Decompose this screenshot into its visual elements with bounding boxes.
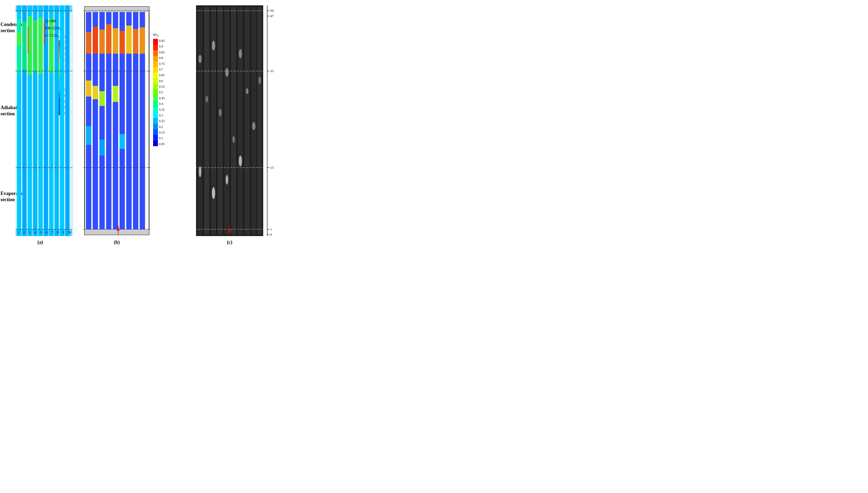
- svg-rect-38: [99, 140, 105, 155]
- panel-c-svg: [196, 5, 263, 236]
- annotation-box: Q=8W FR=53% t=7.15s: [45, 17, 60, 39]
- svg-rect-29: [86, 32, 91, 53]
- svg-rect-33: [93, 27, 98, 53]
- svg-point-80: [252, 122, 256, 130]
- main-container: Condenser section Adiabatic section Evap…: [0, 0, 434, 246]
- svg-rect-45: [120, 31, 125, 53]
- svg-rect-37: [99, 91, 105, 106]
- svg-rect-50: [133, 29, 138, 53]
- svg-rect-65: [218, 7, 223, 235]
- panel-c-label: (c): [227, 239, 232, 245]
- svg-point-75: [219, 109, 222, 116]
- svg-text:35: 35: [270, 69, 274, 73]
- svg-rect-14: [44, 23, 45, 44]
- svg-rect-63: [204, 7, 209, 235]
- panel-a-svg: [16, 5, 73, 236]
- adiabatic-label: Adiabatic section: [1, 105, 16, 117]
- svg-rect-5: [22, 21, 26, 70]
- svg-rect-71: [257, 7, 262, 235]
- svg-rect-36: [99, 29, 105, 53]
- panel-b: αvv: [82, 0, 181, 246]
- void-colormap: αvv: [153, 32, 183, 146]
- svg-rect-31: [86, 126, 91, 145]
- channel-numbers: 1 2 3 4 5 6 7 8 9 10: [16, 230, 73, 234]
- svg-text:0: 0: [270, 233, 272, 236]
- svg-text:1: 1: [270, 227, 272, 231]
- condenser-label: Condenser section: [1, 21, 16, 34]
- svg-rect-54: [85, 229, 149, 235]
- svg-rect-46: [120, 134, 125, 149]
- svg-point-74: [212, 41, 215, 50]
- svg-rect-12: [38, 17, 43, 74]
- svg-rect-43: [113, 86, 118, 102]
- svg-rect-19: [65, 5, 69, 236]
- right-axis: 50 47 35 13 1 0 (mm): [266, 5, 282, 236]
- svg-rect-3: [17, 32, 21, 46]
- panel-c: 50 47 35 13 1 0 (mm) (c): [195, 0, 294, 246]
- void-colormap-title: αvv: [153, 32, 183, 38]
- panel-a: Condenser section Adiabatic section Evap…: [0, 0, 81, 246]
- svg-rect-30: [86, 81, 91, 97]
- svg-point-83: [212, 187, 215, 199]
- svg-rect-69: [244, 7, 250, 235]
- svg-rect-10: [33, 20, 37, 71]
- evaporator-label: Evaporator section: [1, 190, 16, 203]
- annotation-Q: Q=8W: [45, 17, 60, 25]
- svg-rect-40: [106, 24, 112, 53]
- svg-point-85: [239, 155, 242, 166]
- panel-b-svg: [83, 5, 150, 236]
- svg-text:13: 13: [270, 166, 274, 170]
- svg-rect-67: [231, 7, 236, 235]
- svg-rect-70: [251, 7, 257, 235]
- svg-point-84: [226, 175, 228, 185]
- panel-a-label: (a): [38, 239, 43, 245]
- svg-text:47: 47: [270, 14, 274, 18]
- svg-rect-62: [197, 7, 203, 235]
- svg-point-77: [232, 136, 235, 143]
- svg-point-82: [199, 166, 201, 177]
- annotation-t: t=7.15s: [45, 32, 60, 39]
- panel-b-label: (b): [114, 239, 120, 245]
- svg-rect-20: [16, 5, 72, 12]
- svg-rect-42: [113, 28, 118, 53]
- svg-point-78: [239, 49, 242, 58]
- svg-point-76: [225, 68, 228, 77]
- svg-rect-52: [140, 27, 145, 53]
- svg-point-81: [258, 77, 261, 84]
- svg-rect-34: [93, 86, 98, 99]
- svg-rect-53: [85, 7, 149, 12]
- svg-text:50: 50: [270, 8, 274, 13]
- svg-rect-8: [28, 27, 29, 53]
- svg-rect-66: [224, 7, 229, 235]
- svg-rect-17: [55, 5, 59, 236]
- annotation-FR: FR=53%: [45, 25, 60, 32]
- svg-point-72: [199, 55, 202, 63]
- svg-point-73: [205, 96, 208, 103]
- svg-point-79: [246, 88, 248, 94]
- svg-rect-68: [238, 7, 243, 235]
- svg-rect-48: [126, 25, 132, 53]
- svg-rect-18: [60, 5, 64, 236]
